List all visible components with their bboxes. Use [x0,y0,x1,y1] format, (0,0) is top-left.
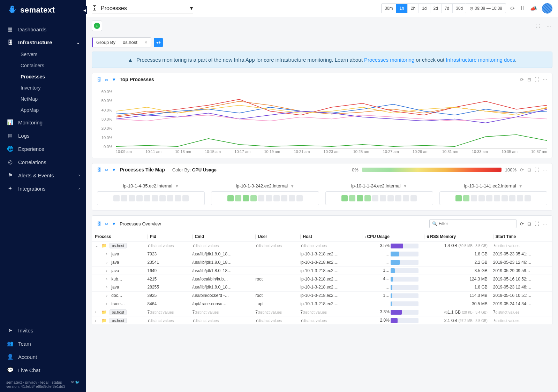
process-tile[interactable] [273,195,280,201]
process-tile[interactable] [281,195,287,201]
absolute-time-range[interactable]: ◷09:38 — 10:38 [466,3,506,13]
table-row[interactable]: › kub… 4215 /usr/local/bin/kub… root ip-… [92,275,552,283]
process-tile[interactable] [509,195,515,201]
process-tile[interactable] [159,195,166,201]
expand-icon[interactable]: › [106,260,110,265]
process-tile[interactable] [455,195,462,201]
sidebar-item-live-chat[interactable]: 💬Live Chat [0,363,86,377]
fullscreen-icon[interactable]: ⛶ [534,22,542,30]
refresh-icon[interactable]: ⟳ [510,5,515,12]
more-icon[interactable]: ⋯ [545,22,552,30]
twitter-icon[interactable]: 🐦 [75,380,80,384]
more-icon[interactable]: ⋯ [543,221,547,226]
link-icon[interactable]: ∞ [105,167,108,172]
sidebar-subitem-appmap[interactable]: AppMap [17,105,86,116]
col-host[interactable]: Host [297,232,359,241]
process-tile[interactable] [486,195,492,201]
filter-icon[interactable]: ▼ [175,184,179,188]
process-tile[interactable] [250,195,257,201]
process-tile[interactable] [175,195,181,201]
process-tile[interactable] [152,195,158,201]
table-row[interactable]: › doc… 3925 /usr/bin/dockerd -… root ip-… [92,291,552,300]
expand-icon[interactable]: › [106,268,110,273]
time-range-30m[interactable]: 30m [382,4,396,13]
add-button[interactable]: + [92,21,102,31]
table-row[interactable]: › java 28255 /usr/lib/jdk1.8.0_18… ip-10… [92,283,552,291]
table-row[interactable]: ⌄ 📁 os.host 7distinct values 7distinct v… [92,241,552,250]
process-tile[interactable] [502,195,508,201]
process-tile[interactable] [395,195,401,201]
col-rss-memory[interactable]: ⇅RSS Memory [421,232,490,241]
time-range-2d[interactable]: 2d [430,4,442,13]
process-tile[interactable] [471,195,477,201]
refresh-icon[interactable]: ⟳ [520,221,524,226]
col-start-time[interactable]: Start Time [490,232,552,241]
archive-icon[interactable]: 🗄 [97,221,101,226]
expand-icon[interactable]: › [106,252,110,256]
link-processes-monitoring[interactable]: Processes monitoring [364,57,414,63]
filter-icon[interactable]: ▼ [112,167,116,172]
expand-icon[interactable]: ⌄ [95,243,99,248]
collapse-icon[interactable]: ⊟ [527,77,531,82]
fullscreen-icon[interactable]: ⛶ [535,77,539,82]
expand-icon[interactable]: › [106,277,110,282]
refresh-icon[interactable]: ⟳ [520,77,524,82]
process-tile[interactable] [517,195,523,201]
sidebar-subitem-processes[interactable]: Processes [17,71,86,82]
archive-icon[interactable]: 🗄 [97,77,101,82]
sidebar-item-logs[interactable]: ▤Logs [0,129,86,142]
sidebar-item-invites[interactable]: ➤Invites [0,324,86,337]
filter-icon[interactable]: ▼ [112,77,116,82]
sidebar-item-alerts-&-events[interactable]: ⚑Alerts & Events› [0,169,86,182]
expand-icon[interactable]: › [106,285,110,290]
process-tile[interactable] [167,195,173,201]
sidebar-item-integrations[interactable]: ✦Integrations› [0,182,86,195]
expand-icon[interactable]: › [95,318,99,323]
sidebar-subitem-netmap[interactable]: NetMap [17,93,86,105]
announce-icon[interactable]: 📣 [530,5,537,12]
process-tile[interactable] [121,195,127,201]
pause-icon[interactable]: ⏸ [520,5,525,11]
process-tile[interactable] [478,195,485,201]
process-tile[interactable] [349,195,355,201]
mail-icon[interactable]: ✉ [71,380,74,384]
expand-icon[interactable]: › [95,310,99,315]
process-tile[interactable] [372,195,378,201]
link-icon[interactable]: ∞ [105,77,108,82]
table-row[interactable]: › java 1649 /usr/lib/jdk1.8.0_18… ip-10-… [92,267,552,275]
expand-icon[interactable]: › [106,301,110,306]
filter-icon[interactable]: ▼ [112,221,116,226]
sidebar-subitem-inventory[interactable]: Inventory [17,82,86,93]
table-row[interactable]: › java 23541 /usr/lib/jdk1.8.0_18… ip-10… [92,258,552,267]
process-tile[interactable] [410,195,417,201]
app-selector[interactable]: 🗄 Processes ▾ [92,3,193,14]
sidebar-item-correlations[interactable]: ◎Correlations [0,155,86,169]
process-tile[interactable] [113,195,120,201]
col-process[interactable]: Process [92,232,145,241]
fullscreen-icon[interactable]: ⛶ [535,221,539,226]
process-tile[interactable] [341,195,348,201]
sidebar-item-dashboards[interactable]: ▦Dashboards [0,23,86,36]
add-filter-button[interactable]: ▾+ [154,38,163,47]
table-row[interactable]: › 📁 os.host 7distinct values 7distinct v… [92,316,552,325]
process-tile[interactable] [258,195,264,201]
sidebar-item-infrastructure[interactable]: 🗄Infrastructure⌄ [0,36,86,49]
process-tile[interactable] [289,195,295,201]
col-cmd[interactable]: Cmd [189,232,252,241]
process-tile[interactable] [235,195,241,201]
close-icon[interactable]: × [141,38,151,47]
time-range-2h[interactable]: 2h [408,4,419,13]
process-tile[interactable] [387,195,394,201]
process-tile[interactable] [380,195,386,201]
process-tile[interactable] [182,195,189,201]
sidebar-item-account[interactable]: 👤Account [0,350,86,363]
sidebar-item-team[interactable]: 👥Team [0,337,86,350]
time-range-1d[interactable]: 1d [419,4,430,13]
process-tile[interactable] [227,195,234,201]
avatar[interactable] [542,3,552,14]
link-icon[interactable]: ∞ [105,221,108,226]
more-icon[interactable]: ⋯ [543,77,547,82]
sidebar-collapse-icon[interactable]: ◀ [83,6,87,14]
process-tile[interactable] [494,195,500,201]
table-row[interactable]: › java 7923 /usr/lib/jdk1.8.0_18… ip-10-… [92,250,552,258]
